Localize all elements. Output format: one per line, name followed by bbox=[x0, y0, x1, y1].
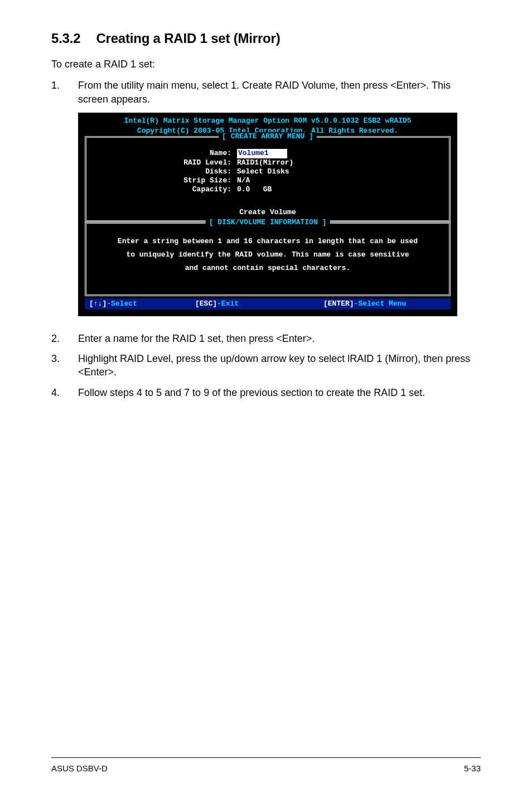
bios-name-value: Volume1 bbox=[237, 149, 287, 158]
bios-info-line-3: and cannot contain special characters. bbox=[92, 262, 443, 275]
step-body: Follow steps 4 to 5 and 7 to 9 of the pr… bbox=[78, 386, 481, 399]
bios-disks-value: Select Disks bbox=[237, 167, 443, 176]
bios-raid-level-value: RAID1(Mirror) bbox=[237, 158, 443, 167]
step-body: Enter a name for the RAID 1 set, then pr… bbox=[78, 332, 481, 345]
step-1: 1. From the utility main menu, select 1.… bbox=[51, 79, 481, 106]
bios-disk-volume-frame: [ DISK/VOLUME INFORMATION ] Enter a stri… bbox=[85, 222, 451, 296]
step-2: 2. Enter a name for the RAID 1 set, then… bbox=[51, 332, 481, 345]
bios-create-volume: Create Volume bbox=[92, 208, 443, 217]
bios-footer-select-text: -Select bbox=[107, 299, 137, 308]
bios-footer-esc-text: -Exit bbox=[217, 299, 239, 308]
section-number: 5.3.2 bbox=[51, 31, 80, 46]
section-title: Creating a RAID 1 set (Mirror) bbox=[96, 31, 280, 46]
step-number: 1. bbox=[51, 79, 78, 106]
bios-footer: [↑↓]-Select [ESC]-Exit [ENTER]-Select Me… bbox=[85, 298, 451, 310]
bios-info-line-2: to uniquely identify the RAID volume. Th… bbox=[92, 248, 443, 262]
step-number: 4. bbox=[51, 386, 78, 399]
bios-footer-enter-text: -Select Menu bbox=[354, 299, 407, 308]
bios-title-1: Intel(R) Matrix Storage Manager Option R… bbox=[78, 116, 457, 126]
bios-frame-label-1: [ CREATE ARRAY MENU ] bbox=[219, 132, 317, 141]
bios-disks-label: Disks: bbox=[92, 167, 237, 176]
bios-capacity-value: 0.0 GB bbox=[237, 185, 443, 194]
step-body: Highlight RAID Level, press the up/down … bbox=[78, 352, 481, 379]
bios-create-array-frame: [ CREATE ARRAY MENU ] Name: Volume1 RAID… bbox=[85, 136, 451, 222]
bios-capacity-label: Capacity: bbox=[92, 185, 237, 194]
step-body: From the utility main menu, select 1. Cr… bbox=[78, 79, 481, 106]
bios-name-label: Name: bbox=[92, 149, 237, 158]
footer-left: ASUS DSBV-D bbox=[51, 764, 108, 773]
bios-info-line-1: Enter a string between 1 and 16 characte… bbox=[92, 235, 443, 248]
bios-footer-esc-keys: [ESC] bbox=[195, 299, 217, 308]
footer-right: 5-33 bbox=[464, 764, 481, 773]
page-footer: ASUS DSBV-D 5-33 bbox=[51, 757, 481, 773]
bios-raid-level-label: RAID Level: bbox=[92, 158, 237, 167]
intro-text: To create a RAID 1 set: bbox=[51, 57, 481, 71]
step-number: 2. bbox=[51, 332, 78, 345]
bios-strip-label: Strip Size: bbox=[92, 176, 237, 185]
bios-footer-select-keys: [↑↓] bbox=[89, 299, 107, 308]
bios-footer-enter-keys: [ENTER] bbox=[323, 299, 354, 308]
section-heading: 5.3.2Creating a RAID 1 set (Mirror) bbox=[51, 31, 481, 46]
bios-screenshot: Intel(R) Matrix Storage Manager Option R… bbox=[78, 113, 457, 316]
step-number: 3. bbox=[51, 352, 78, 379]
step-3: 3. Highlight RAID Level, press the up/do… bbox=[51, 352, 481, 379]
bios-frame-label-2: [ DISK/VOLUME INFORMATION ] bbox=[206, 218, 330, 227]
step-4: 4. Follow steps 4 to 5 and 7 to 9 of the… bbox=[51, 386, 481, 399]
bios-strip-value: N/A bbox=[237, 176, 443, 185]
